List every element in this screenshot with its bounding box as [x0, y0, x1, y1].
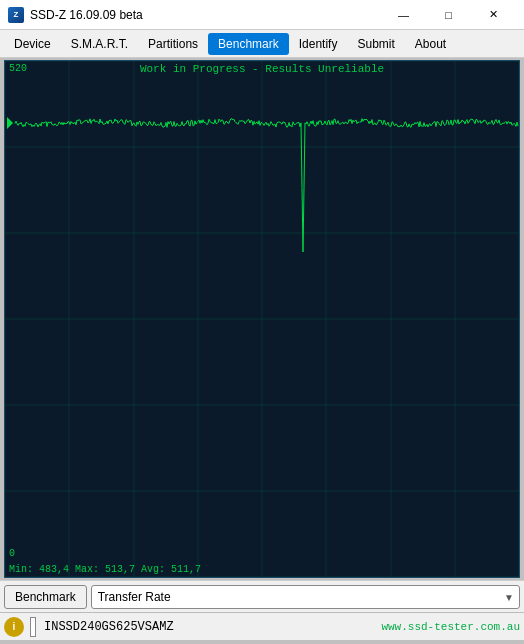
chart-y-top-label: 520 — [9, 63, 27, 74]
status-icon: i — [4, 617, 24, 637]
chart-canvas — [5, 61, 519, 577]
menu-item-partitions[interactable]: Partitions — [138, 33, 208, 55]
close-button[interactable]: ✕ — [471, 0, 516, 30]
drive-name: INSSD240GS625VSAMZ — [44, 620, 174, 634]
app-icon-letter: Z — [14, 10, 19, 19]
transfer-rate-dropdown-container: Transfer Rate Access Time IOPS ▼ — [91, 585, 520, 609]
menu-item-about[interactable]: About — [405, 33, 456, 55]
chart-work-in-progress: Work in Progress - Results Unreliable — [140, 63, 384, 75]
title-buttons: — □ ✕ — [381, 0, 516, 30]
website-url: www.ssd-tester.com.au — [381, 621, 520, 633]
minimize-button[interactable]: — — [381, 0, 426, 30]
menu-item-device[interactable]: Device — [4, 33, 61, 55]
menu-item-benchmark[interactable]: Benchmark — [208, 33, 289, 55]
menu-item-identify[interactable]: Identify — [289, 33, 348, 55]
drive-icon — [30, 617, 36, 637]
menu-bar: DeviceS.M.A.R.T.PartitionsBenchmarkIdent… — [0, 30, 524, 58]
window-title: SSD-Z 16.09.09 beta — [30, 8, 143, 22]
title-bar: Z SSD-Z 16.09.09 beta — □ ✕ — [0, 0, 524, 30]
app-icon: Z — [8, 7, 24, 23]
chart-y-bottom-label: 0 — [9, 548, 15, 559]
chart-area: 520 Work in Progress - Results Unreliabl… — [4, 60, 520, 578]
chart-stats-label: Min: 483,4 Max: 513,7 Avg: 511,7 — [9, 564, 201, 575]
menu-item-submit[interactable]: Submit — [347, 33, 404, 55]
benchmark-button[interactable]: Benchmark — [4, 585, 87, 609]
status-bar: i INSSD240GS625VSAMZ www.ssd-tester.com.… — [0, 612, 524, 640]
bottom-bar: Benchmark Transfer Rate Access Time IOPS… — [0, 580, 524, 612]
transfer-rate-dropdown[interactable]: Transfer Rate Access Time IOPS — [91, 585, 520, 609]
title-bar-left: Z SSD-Z 16.09.09 beta — [8, 7, 143, 23]
menu-item-smart[interactable]: S.M.A.R.T. — [61, 33, 138, 55]
status-icon-label: i — [13, 621, 16, 632]
maximize-button[interactable]: □ — [426, 0, 471, 30]
